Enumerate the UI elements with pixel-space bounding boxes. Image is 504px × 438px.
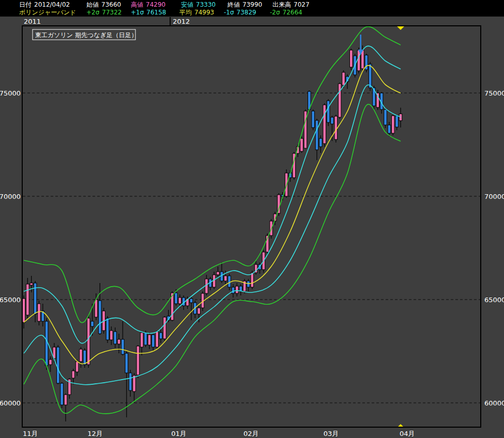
candle-down <box>56 347 59 383</box>
y-axis-label-left: 70000 <box>0 193 21 200</box>
y-axis-label-right: 75000 <box>484 89 504 97</box>
candle-down <box>175 293 178 304</box>
candle-up <box>178 298 181 304</box>
candle-up <box>136 346 140 375</box>
candle-down <box>152 335 155 347</box>
candle-down <box>388 125 391 133</box>
candle-up <box>148 335 151 345</box>
candle-up <box>342 72 345 85</box>
y-axis-label-right: 70000 <box>484 193 504 200</box>
candle-down <box>129 373 132 390</box>
candle-up <box>156 332 159 347</box>
candle-up <box>95 300 98 317</box>
candle-down <box>159 333 162 339</box>
y-axis-label-left: 75000 <box>0 89 21 97</box>
chart-title: 東工ガソリン 期先つなぎ足（日足） <box>35 32 138 39</box>
candle-down <box>319 138 323 147</box>
candle-up <box>338 84 341 117</box>
band-minus1sigma <box>24 85 401 385</box>
candle-up <box>376 93 379 107</box>
candle-up <box>75 362 79 372</box>
candle-up <box>38 304 41 321</box>
candle-up <box>26 284 29 315</box>
candle-up <box>197 308 201 314</box>
y-axis-label-left: 60000 <box>0 399 21 407</box>
year-label-2011: 2011 <box>24 18 41 25</box>
candle-down <box>384 110 387 125</box>
band-mean <box>24 66 401 364</box>
plot-clip-group <box>22 26 402 421</box>
candle-down <box>60 383 64 405</box>
candle-down <box>190 299 193 303</box>
candle-up <box>399 114 402 120</box>
price-chart[interactable]: 2011 2012 750007500070000700006500065000… <box>0 0 504 438</box>
candle-up <box>22 299 25 322</box>
candle-up <box>163 317 166 339</box>
candles-layer <box>22 45 402 421</box>
candle-down <box>106 318 109 340</box>
candle-down <box>327 101 330 122</box>
candle-up <box>72 371 75 378</box>
candle-up <box>300 138 303 151</box>
candle-down <box>121 339 125 354</box>
x-axis-month-label: 01月 <box>171 430 187 437</box>
candle-up <box>30 283 33 285</box>
candle-up <box>224 276 227 281</box>
x-axis-month-label: 03月 <box>324 430 339 437</box>
candle-up <box>110 331 113 340</box>
candle-down <box>98 301 101 334</box>
plot-border <box>22 26 481 427</box>
candle-down <box>312 111 315 128</box>
y-axis-label-right: 60000 <box>484 399 504 407</box>
candle-down <box>315 120 318 150</box>
band-plus2sigma <box>24 26 401 322</box>
candle-down <box>395 116 399 127</box>
band-plus1sigma <box>24 46 401 343</box>
candle-down <box>228 276 231 287</box>
candle-up <box>323 105 326 144</box>
candle-down <box>125 353 128 373</box>
candle-up <box>64 395 67 405</box>
candle-down <box>144 333 147 345</box>
current-position-marker-top-icon <box>397 26 404 30</box>
candle-up <box>349 50 353 67</box>
y-axis-label-right: 65000 <box>484 296 504 304</box>
candle-down <box>91 321 94 326</box>
candle-down <box>369 64 372 88</box>
candle-up <box>334 116 338 139</box>
y-axis-label-left: 65000 <box>0 296 21 304</box>
band-minus2sigma <box>24 104 401 414</box>
candle-up <box>251 273 254 287</box>
candle-up <box>140 333 143 347</box>
candle-up <box>217 272 220 275</box>
x-axis-month-label: 04月 <box>400 430 415 437</box>
candle-down <box>232 287 235 293</box>
candle-up <box>205 279 208 293</box>
candle-down <box>114 332 117 344</box>
candle-up <box>391 116 394 133</box>
x-axis-month-label: 11月 <box>23 430 38 437</box>
candle-up <box>357 50 360 71</box>
chart-application-window: 日付2012/04/02 始値73660 高値74290 安値73330 終値7… <box>0 0 504 438</box>
candle-down <box>331 117 334 124</box>
candle-up <box>117 339 120 344</box>
plot-area[interactable]: 7500075000700007000065000650006000060000… <box>0 26 504 437</box>
year-label-2012: 2012 <box>173 18 190 25</box>
candle-up <box>80 349 83 362</box>
candle-down <box>247 281 250 287</box>
candle-up <box>236 286 239 293</box>
x-axis-month-label: 12月 <box>87 430 103 437</box>
candle-up <box>87 318 90 365</box>
candle-up <box>49 359 52 365</box>
x-axis-month-label: 02月 <box>243 430 259 437</box>
candle-down <box>83 350 86 365</box>
